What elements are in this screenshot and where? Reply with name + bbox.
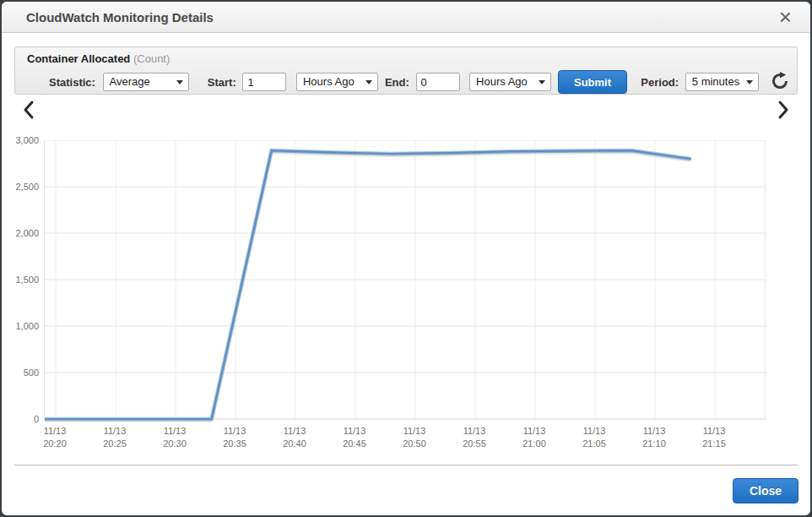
statistic-label: Statistic: — [49, 76, 95, 89]
x-tick-date: 11/13 — [687, 425, 741, 438]
x-tick-date: 11/13 — [268, 425, 322, 438]
y-tick-label: 2,500 — [2, 182, 39, 192]
x-tick-label: 11/1320:35 — [208, 425, 262, 450]
x-tick-label: 11/1320:45 — [328, 425, 382, 450]
y-tick-label: 500 — [2, 367, 39, 378]
x-tick-date: 11/13 — [28, 425, 82, 438]
y-axis-labels: 05001,0001,5002,0002,5003,000 — [2, 140, 39, 427]
chevron-right-icon — [777, 100, 790, 120]
x-tick-date: 11/13 — [447, 425, 501, 438]
x-tick-time: 20:40 — [268, 438, 322, 450]
y-tick-label: 1,500 — [2, 275, 39, 285]
statistic-select-value: Average — [110, 75, 150, 88]
x-tick-time: 20:50 — [387, 438, 441, 450]
x-tick-date: 11/13 — [567, 425, 621, 438]
x-tick-time: 20:30 — [148, 438, 202, 450]
submit-button[interactable]: Submit — [558, 70, 627, 94]
chevron-down-icon — [365, 80, 372, 84]
x-tick-label: 11/1320:40 — [268, 425, 322, 450]
end-unit-select-value: Hours Ago — [476, 75, 528, 88]
metric-toolbar: Container Allocated (Count) Statistic: A… — [14, 46, 798, 95]
period-select-value: 5 minutes — [692, 75, 739, 88]
x-tick-label: 11/1320:25 — [88, 425, 142, 450]
x-tick-time: 20:25 — [88, 438, 142, 450]
x-tick-date: 11/13 — [328, 425, 382, 438]
series-line-halo — [45, 150, 691, 419]
x-tick-label: 11/1320:50 — [387, 425, 441, 450]
start-unit-select[interactable]: Hours Ago — [296, 73, 378, 91]
x-tick-time: 21:15 — [687, 438, 741, 450]
x-tick-time: 20:35 — [208, 438, 262, 450]
dialog-titlebar: CloudWatch Monitoring Details × — [2, 2, 810, 33]
x-tick-label: 11/1321:05 — [567, 425, 621, 450]
start-label: Start: — [208, 76, 236, 89]
x-tick-label: 11/1321:15 — [687, 425, 741, 450]
x-tick-time: 20:45 — [328, 438, 382, 450]
x-axis-labels: 11/1320:2011/1320:2511/1320:3011/1320:35… — [2, 425, 812, 454]
scroll-right-button[interactable] — [777, 100, 790, 120]
chevron-down-icon — [746, 80, 753, 84]
chart-canvas — [45, 140, 766, 422]
x-tick-label: 11/1320:20 — [28, 425, 82, 450]
end-input[interactable] — [416, 73, 460, 91]
x-tick-date: 11/13 — [148, 425, 202, 438]
chevron-down-icon — [539, 80, 545, 84]
chevron-left-icon — [22, 100, 35, 120]
x-tick-time: 21:10 — [627, 438, 681, 450]
controls-row: Statistic: Average Start: Hours Ago End:… — [49, 70, 790, 94]
statistic-select[interactable]: Average — [103, 73, 189, 91]
end-unit-select[interactable]: Hours Ago — [469, 73, 551, 91]
scroll-left-button[interactable] — [22, 100, 35, 120]
y-tick-label: 2,000 — [2, 228, 39, 238]
start-input[interactable] — [242, 73, 286, 91]
chevron-down-icon — [176, 80, 183, 84]
metric-unit: (Count) — [133, 52, 170, 65]
x-tick-date: 11/13 — [387, 425, 441, 438]
x-tick-time: 21:05 — [567, 438, 621, 450]
y-tick-label: 1,000 — [2, 321, 39, 331]
refresh-button[interactable] — [771, 72, 790, 92]
period-label: Period: — [641, 76, 679, 89]
refresh-icon — [771, 72, 789, 90]
x-tick-time: 20:55 — [447, 438, 501, 450]
x-tick-date: 11/13 — [507, 425, 561, 438]
x-tick-time: 20:20 — [28, 438, 82, 450]
end-label: End: — [385, 76, 409, 89]
x-tick-label: 11/1321:10 — [627, 425, 681, 450]
x-tick-label: 11/1320:30 — [148, 425, 202, 450]
metric-name: Container Allocated — [27, 52, 130, 65]
metric-title: Container Allocated (Count) — [27, 52, 170, 65]
close-icon[interactable]: × — [779, 3, 792, 30]
x-tick-date: 11/13 — [627, 425, 681, 438]
cloudwatch-monitoring-dialog: CloudWatch Monitoring Details × Containe… — [0, 0, 812, 517]
y-tick-label: 0 — [2, 414, 39, 424]
footer-divider — [14, 465, 798, 465]
series-line — [45, 150, 691, 419]
start-unit-select-value: Hours Ago — [303, 75, 355, 88]
x-tick-date: 11/13 — [208, 425, 262, 438]
x-tick-time: 21:00 — [507, 438, 561, 450]
period-select[interactable]: 5 minutes — [685, 73, 760, 91]
dialog-title: CloudWatch Monitoring Details — [26, 10, 214, 24]
x-tick-label: 11/1321:00 — [507, 425, 561, 450]
x-tick-label: 11/1320:55 — [447, 425, 501, 450]
close-button[interactable]: Close — [733, 478, 798, 503]
x-tick-date: 11/13 — [88, 425, 142, 438]
y-tick-label: 3,000 — [2, 135, 39, 145]
plot-area — [44, 140, 766, 419]
